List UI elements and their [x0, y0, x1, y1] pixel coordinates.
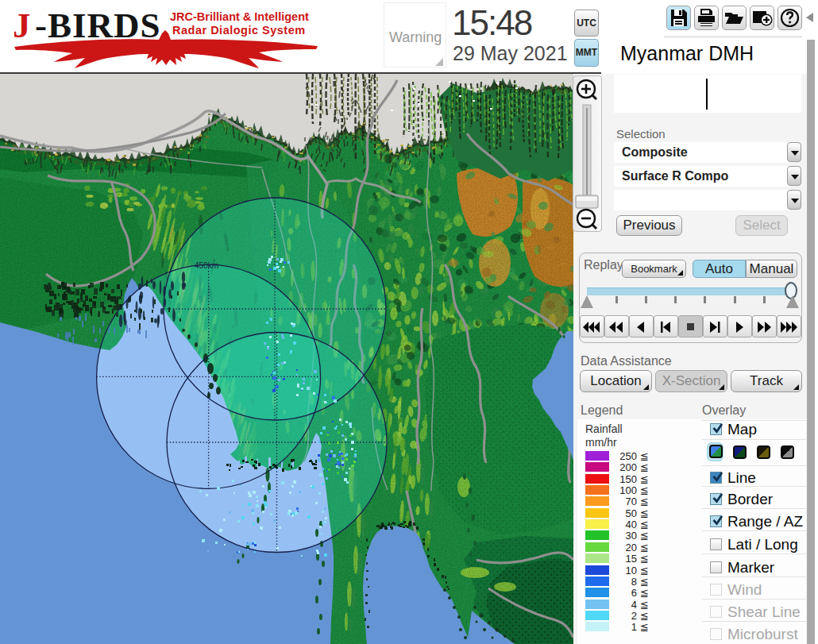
svg-text:Radar Dialogic System: Radar Dialogic System [172, 24, 306, 37]
svg-text:JRC-Brilliant & Intelligent: JRC-Brilliant & Intelligent [170, 10, 309, 23]
svg-text:J: J [13, 6, 31, 45]
svg-text:450km: 450km [195, 261, 218, 270]
